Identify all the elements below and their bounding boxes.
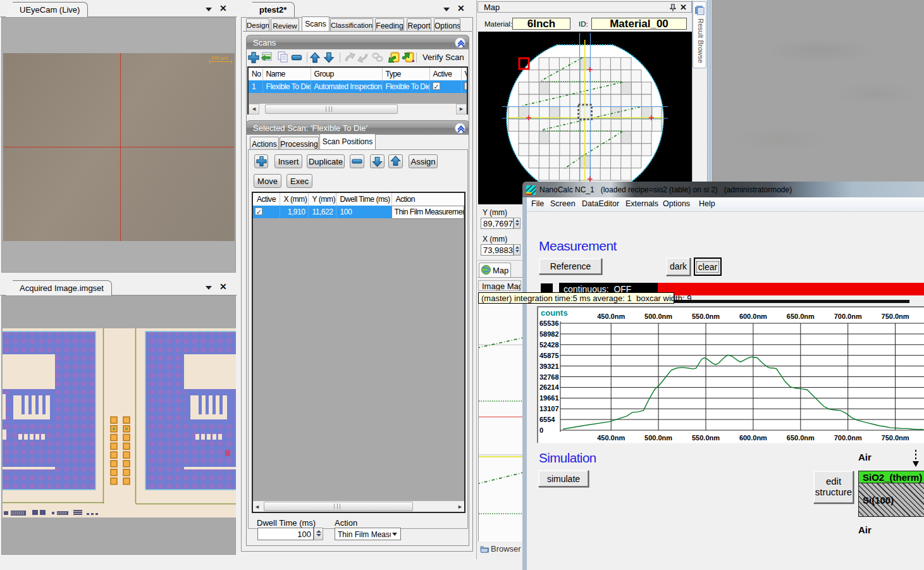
svg-text:39321: 39321 bbox=[539, 362, 559, 370]
svg-text:600.0nm: 600.0nm bbox=[739, 434, 767, 442]
svg-text:700.0nm: 700.0nm bbox=[834, 313, 862, 320]
svg-text:500.0nm: 500.0nm bbox=[644, 313, 672, 320]
svg-text:6554: 6554 bbox=[539, 416, 555, 423]
svg-text:600.0nm: 600.0nm bbox=[739, 313, 767, 320]
svg-text:26214: 26214 bbox=[539, 383, 559, 391]
svg-text:500.0nm: 500.0nm bbox=[644, 434, 672, 442]
svg-text:19661: 19661 bbox=[539, 394, 559, 402]
svg-text:52428: 52428 bbox=[539, 341, 559, 349]
svg-text:counts: counts bbox=[541, 308, 568, 318]
svg-text:650.0nm: 650.0nm bbox=[787, 313, 815, 320]
svg-text:0: 0 bbox=[539, 426, 543, 434]
svg-text:650.0nm: 650.0nm bbox=[787, 434, 815, 442]
svg-text:550.0nm: 550.0nm bbox=[692, 434, 720, 442]
svg-text:58982: 58982 bbox=[539, 330, 559, 338]
svg-text:450.0nm: 450.0nm bbox=[597, 313, 625, 320]
svg-text:750.0nm: 750.0nm bbox=[882, 313, 909, 320]
svg-text:13107: 13107 bbox=[539, 405, 559, 412]
svg-text:550.0nm: 550.0nm bbox=[692, 313, 720, 320]
svg-text:65536: 65536 bbox=[539, 319, 559, 327]
svg-text:750.0nm: 750.0nm bbox=[882, 434, 909, 442]
svg-text:700.0nm: 700.0nm bbox=[834, 434, 862, 442]
svg-text:45875: 45875 bbox=[539, 352, 559, 359]
svg-text:450.0nm: 450.0nm bbox=[597, 434, 625, 442]
svg-text:Verify Scan: Verify Scan bbox=[422, 53, 464, 62]
svg-text:32768: 32768 bbox=[539, 373, 559, 381]
